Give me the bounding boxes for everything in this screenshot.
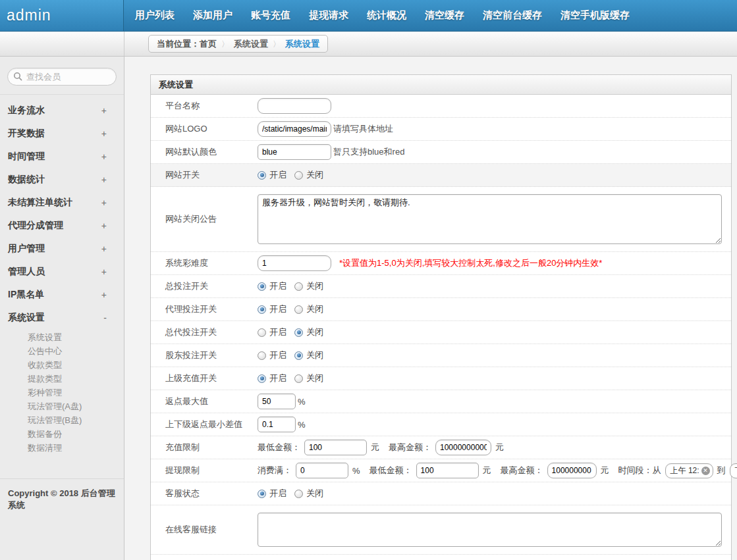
- sidebar-item[interactable]: 时间管理+: [0, 145, 124, 168]
- sidebar-subitem-link[interactable]: 数据清理: [28, 443, 62, 453]
- row-control: [258, 187, 731, 251]
- plus-icon: +: [101, 151, 107, 162]
- sidebar-subitem[interactable]: 玩法管理(B盘): [0, 413, 124, 427]
- sidebar-item-label: 代理分成管理: [8, 220, 63, 232]
- time-value: 上午 12:: [670, 465, 699, 476]
- text-input[interactable]: [304, 440, 367, 455]
- nav-item[interactable]: 统计概况: [367, 9, 406, 22]
- sidebar-item[interactable]: 开奖数据+: [0, 122, 124, 145]
- radio-input[interactable]: [258, 490, 266, 498]
- row-label: 上级充值开关: [151, 372, 258, 384]
- sidebar-subitem[interactable]: 系统设置: [0, 330, 124, 344]
- nav-item[interactable]: 用户列表: [135, 9, 175, 22]
- sidebar-subitem-link[interactable]: 玩法管理(B盘): [28, 415, 82, 425]
- plus-icon: +: [101, 174, 107, 185]
- field-label: 最低金额：: [258, 442, 300, 453]
- time-picker[interactable]: 下午 11:✕: [730, 463, 737, 478]
- sidebar-subitem[interactable]: 玩法管理(A盘): [0, 399, 124, 413]
- field-label: 消费满：: [258, 465, 292, 476]
- clear-icon[interactable]: ✕: [701, 467, 710, 475]
- sidebar-subitem[interactable]: 数据清理: [0, 441, 124, 455]
- text-input[interactable]: [258, 417, 296, 432]
- text-input[interactable]: [435, 440, 491, 455]
- breadcrumb-item[interactable]: 系统设置: [285, 39, 319, 49]
- nav-item[interactable]: 添加用户: [193, 9, 232, 22]
- text-input[interactable]: [416, 463, 479, 478]
- form-row: 平台名称: [151, 95, 731, 118]
- sidebar-subitem[interactable]: 收款类型: [0, 358, 124, 372]
- sidebar-subitem-link[interactable]: 系统设置: [28, 332, 62, 342]
- text-input[interactable]: [296, 463, 348, 478]
- sidebar-subitem[interactable]: 提款类型: [0, 372, 124, 386]
- form-row: 股东投注开关开启关闭: [151, 344, 731, 367]
- member-search-input[interactable]: [7, 68, 117, 86]
- sidebar-item[interactable]: 管理人员+: [0, 260, 124, 283]
- minus-icon: -: [103, 313, 107, 323]
- radio-input[interactable]: [294, 282, 303, 291]
- radio-input[interactable]: [294, 490, 303, 498]
- radio-option-label: 开启: [269, 303, 287, 315]
- sidebar-subitem-link[interactable]: 收款类型: [28, 360, 62, 370]
- sidebar-item[interactable]: 系统设置-: [0, 306, 124, 329]
- radio-input[interactable]: [294, 305, 303, 314]
- breadcrumb: 当前位置：首页 〉系统设置〉系统设置: [148, 35, 328, 53]
- sidebar-item-label: 未结算注单统计: [8, 197, 72, 209]
- system-settings-panel: 系统设置 平台名称网站LOGO请填写具体地址网站默认颜色暂只支持blue和red…: [150, 74, 732, 560]
- sidebar-subitem-link[interactable]: 公告中心: [28, 346, 62, 356]
- textarea-input[interactable]: [258, 194, 722, 244]
- radio-input[interactable]: [294, 374, 303, 383]
- sidebar-item[interactable]: IP黑名单+: [0, 283, 124, 306]
- radio-option-label: 开启: [269, 280, 287, 292]
- text-input[interactable]: [258, 121, 331, 137]
- time-picker[interactable]: 上午 12:✕: [665, 463, 713, 478]
- radio-input[interactable]: [258, 351, 266, 360]
- textarea-input[interactable]: [258, 513, 722, 547]
- topbar: admin 用户列表添加用户账号充值提现请求统计概况清空缓存清空前台缓存清空手机…: [0, 0, 737, 32]
- sidebar-subitem[interactable]: 数据备份: [0, 427, 124, 441]
- row-label: 充值限制: [151, 442, 258, 453]
- sidebar-subitem[interactable]: 彩种管理: [0, 386, 124, 399]
- radio-input[interactable]: [294, 171, 303, 180]
- sidebar-item[interactable]: 数据统计+: [0, 168, 124, 191]
- row-control: 请填写具体地址: [258, 118, 731, 140]
- row-label: 在线客服链接: [151, 524, 258, 536]
- radio-input[interactable]: [258, 171, 266, 180]
- sidebar-subitem[interactable]: 公告中心: [0, 344, 124, 358]
- sidebar-item[interactable]: 代理分成管理+: [0, 214, 124, 237]
- text-input[interactable]: [258, 394, 296, 409]
- radio-input[interactable]: [258, 374, 266, 383]
- nav-item[interactable]: 清空缓存: [425, 9, 464, 22]
- nav-item[interactable]: 账号充值: [251, 9, 290, 22]
- text-input[interactable]: [258, 144, 331, 160]
- text-input[interactable]: [258, 255, 331, 271]
- breadcrumb-item[interactable]: 系统设置: [234, 39, 268, 49]
- sidebar-item[interactable]: 用户管理+: [0, 237, 124, 260]
- text-input[interactable]: [547, 463, 597, 478]
- form-row: 系统彩难度*设置值为1-5,0为关闭,填写较大控制太死,修改之后一般20分钟内生…: [151, 252, 731, 275]
- sidebar-item[interactable]: 业务流水+: [0, 99, 124, 122]
- text-input[interactable]: [258, 98, 331, 114]
- row-control: [258, 505, 731, 554]
- radio-input[interactable]: [258, 305, 266, 314]
- sidebar-subitem-link[interactable]: 彩种管理: [28, 388, 62, 397]
- nav-item[interactable]: 提现请求: [309, 9, 348, 22]
- top-nav: 用户列表添加用户账号充值提现请求统计概况清空缓存清空前台缓存清空手机版缓存: [124, 0, 648, 31]
- sidebar-item[interactable]: 未结算注单统计+: [0, 191, 124, 214]
- row-label: 客服状态: [151, 488, 258, 499]
- nav-item[interactable]: 清空手机版缓存: [560, 9, 630, 22]
- radio-input[interactable]: [294, 351, 303, 360]
- sidebar-menu: 业务流水+开奖数据+时间管理+数据统计+未结算注单统计+代理分成管理+用户管理+…: [0, 99, 124, 459]
- sidebar-item-label: 系统设置: [8, 312, 45, 324]
- sidebar-subitem-link[interactable]: 数据备份: [28, 429, 62, 439]
- form-row: 代理投注开关开启关闭: [151, 298, 731, 321]
- radio-option-label: 关闭: [306, 303, 323, 315]
- radio-input[interactable]: [258, 282, 266, 291]
- radio-option-label: 开启: [269, 169, 287, 181]
- nav-item[interactable]: 清空前台缓存: [483, 9, 542, 22]
- sidebar-subitem-link[interactable]: 玩法管理(A盘): [28, 401, 82, 411]
- radio-input[interactable]: [294, 328, 303, 337]
- sidebar-subitem-link[interactable]: 提款类型: [28, 374, 62, 384]
- radio-input[interactable]: [258, 328, 266, 337]
- field-label: 元: [495, 442, 504, 453]
- row-label: 网站默认颜色: [151, 146, 258, 158]
